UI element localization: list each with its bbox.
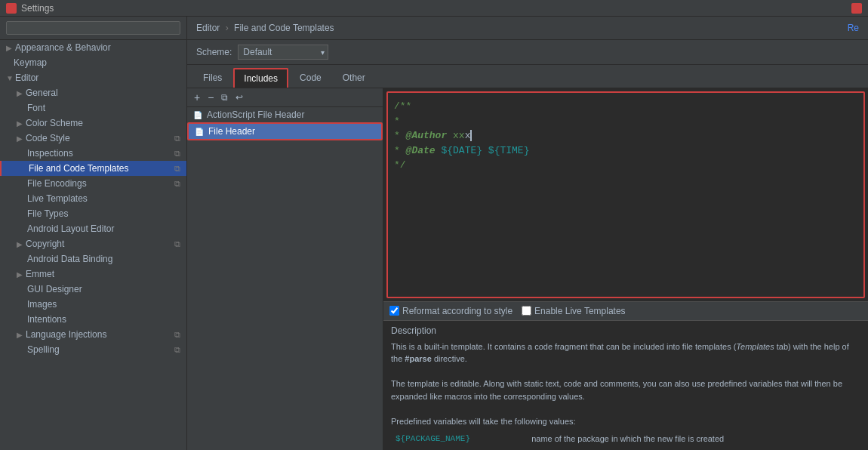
live-templates-text: Enable Live Templates: [534, 306, 626, 316]
reformat-checkbox[interactable]: [389, 306, 399, 316]
sidebar-item-label: Android Data Binding: [27, 254, 112, 264]
arrow-icon: ▶: [17, 270, 24, 279]
scheme-label: Scheme:: [196, 47, 232, 57]
code-editor[interactable]: /** * * @Author xxx * @Date ${DATE} ${TI…: [386, 91, 865, 298]
sidebar-item-label: Editor: [15, 72, 38, 83]
live-templates-label[interactable]: Enable Live Templates: [522, 306, 626, 316]
code-comment-4: *: [394, 145, 406, 156]
scheme-row: Scheme: Default Project: [187, 40, 868, 65]
editor-options: Reformat according to style Enable Live …: [383, 301, 868, 320]
tab-code[interactable]: Code: [290, 68, 331, 88]
copy-icon: ⧉: [174, 149, 180, 159]
code-line-4: * @Date ${DATE} ${TIME}: [394, 143, 857, 159]
breadcrumb-separator: ›: [226, 23, 229, 33]
sidebar-item-file-encodings[interactable]: File Encodings ⧉: [0, 176, 186, 191]
arrow-icon: ▶: [17, 134, 24, 143]
file-icon: 📄: [195, 128, 204, 136]
desc-bold-parse: #parse: [405, 354, 431, 363]
sidebar-item-inspections[interactable]: Inspections ⧉: [0, 146, 186, 161]
template-panel: + − ⧉ ↩ 📄 ActionScript File Header 📄 Fil…: [187, 88, 868, 450]
tab-includes[interactable]: Includes: [233, 68, 288, 88]
sidebar-item-label: General: [26, 88, 58, 98]
template-item-label: ActionScript File Header: [207, 109, 304, 120]
sidebar-item-label: Images: [27, 299, 57, 310]
reset-button[interactable]: ↩: [233, 92, 245, 103]
file-icon: 📄: [193, 111, 202, 119]
sidebar-item-images[interactable]: Images: [0, 297, 186, 312]
sidebar-item-editor[interactable]: ▼ Editor: [0, 70, 186, 85]
sidebar-item-label: Color Scheme: [26, 118, 83, 128]
sidebar-item-label: File Types: [27, 208, 68, 219]
description-title: Description: [391, 325, 860, 336]
tab-files[interactable]: Files: [193, 68, 232, 88]
add-button[interactable]: +: [192, 91, 202, 103]
code-author-tag: @Author: [406, 130, 448, 141]
scheme-select[interactable]: Default Project: [238, 45, 328, 60]
reformat-label[interactable]: Reformat according to style: [389, 306, 512, 316]
sidebar-search-input[interactable]: [6, 21, 180, 35]
variable-row: ${PACKAGE_NAME} name of the package in w…: [392, 433, 859, 444]
content-header: Editor › File and Code Templates Re: [187, 17, 868, 40]
window-title: Settings: [21, 3, 54, 14]
titlebar: Settings: [0, 0, 868, 17]
sidebar-item-file-code-templates[interactable]: File and Code Templates ⧉: [0, 161, 186, 176]
live-templates-checkbox[interactable]: [522, 306, 531, 316]
desc-para-3: Predefined variables will take the follo…: [391, 417, 576, 426]
sidebar-item-emmet[interactable]: ▶ Emmet: [0, 267, 186, 282]
copy-icon: ⧉: [174, 179, 180, 189]
arrow-icon: ▶: [17, 331, 24, 339]
sidebar-item-copyright[interactable]: ▶ Copyright ⧉: [0, 236, 186, 251]
sidebar-item-spelling[interactable]: Spelling ⧉: [0, 342, 186, 357]
tab-other[interactable]: Other: [333, 68, 375, 88]
code-comment-3: *: [394, 130, 406, 141]
sidebar-item-android-data[interactable]: Android Data Binding: [0, 251, 186, 267]
sidebar-item-code-style[interactable]: ▶ Code Style ⧉: [0, 131, 186, 146]
close-button[interactable]: [851, 3, 862, 14]
breadcrumb-parent: Editor: [196, 23, 220, 33]
sidebar-item-gui-designer[interactable]: GUI Designer: [0, 282, 186, 297]
reset-link[interactable]: Re: [848, 23, 859, 33]
cursor: x: [465, 130, 472, 141]
sidebar-item-label: Inspections: [27, 148, 73, 159]
variable-desc: name of the package in which the new fil…: [528, 433, 859, 444]
sidebar-item-language-injections[interactable]: ▶ Language Injections ⧉: [0, 327, 186, 342]
variable-name: ${PACKAGE_NAME}: [392, 433, 527, 444]
variables-table: ${PACKAGE_NAME} name of the package in w…: [391, 432, 860, 445]
sidebar-item-file-types[interactable]: File Types: [0, 206, 186, 221]
sidebar-item-android-layout[interactable]: Android Layout Editor: [0, 221, 186, 236]
sidebar-item-color-scheme[interactable]: ▶ Color Scheme: [0, 116, 186, 131]
sidebar-item-label: Language Injections: [26, 329, 106, 340]
copy-button[interactable]: ⧉: [219, 92, 230, 103]
sidebar-item-label: Appearance & Behavior: [15, 42, 111, 53]
template-item-actionscript[interactable]: 📄 ActionScript File Header: [187, 107, 383, 122]
code-line-3: * @Author xxx: [394, 128, 857, 143]
remove-button[interactable]: −: [205, 91, 216, 103]
sidebar-item-label: GUI Designer: [27, 284, 82, 294]
sidebar-item-label: Spelling: [27, 344, 60, 355]
sidebar-item-live-templates[interactable]: Live Templates: [0, 191, 186, 206]
copy-icon: ⧉: [174, 345, 180, 355]
sidebar-item-appearance[interactable]: ▶ Appearance & Behavior: [0, 40, 186, 55]
template-item-label: File Header: [208, 126, 255, 137]
sidebar-item-label: File and Code Templates: [29, 163, 129, 174]
sidebar-item-font[interactable]: Font: [0, 100, 186, 116]
description-text: This is a built-in template. It contains…: [391, 341, 860, 428]
desc-para-2: The template is editable. Along with sta…: [391, 379, 842, 401]
scheme-select-wrapper: Default Project: [238, 45, 328, 60]
code-line-5: */: [394, 158, 857, 173]
template-toolbar: + − ⧉ ↩: [187, 88, 383, 107]
arrow-icon: ▶: [17, 119, 24, 128]
breadcrumb: Editor › File and Code Templates: [196, 23, 334, 33]
sidebar-item-label: File Encodings: [27, 178, 87, 189]
arrow-icon: ▶: [17, 240, 24, 248]
sidebar-search-container: [0, 17, 186, 40]
code-author-val: xx: [447, 130, 464, 141]
sidebar-item-keymap[interactable]: Keymap: [0, 55, 186, 70]
sidebar-item-label: Live Templates: [27, 193, 88, 204]
sidebar-item-general[interactable]: ▶ General: [0, 85, 186, 100]
sidebar-item-intentions[interactable]: Intentions: [0, 312, 186, 327]
desc-italic-templates: Templates: [736, 342, 774, 351]
sidebar-item-label: Code Style: [26, 133, 70, 143]
template-item-file-header[interactable]: 📄 File Header: [187, 122, 383, 140]
reformat-text: Reformat according to style: [402, 306, 512, 316]
